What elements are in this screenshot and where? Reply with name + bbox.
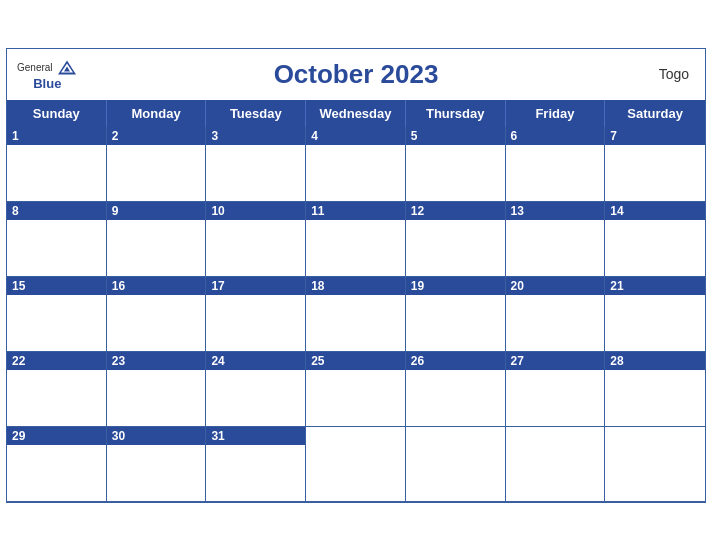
day-number: 14 xyxy=(605,202,705,220)
day-number: 20 xyxy=(506,277,605,295)
day-cell-20: 20 xyxy=(506,277,606,352)
day-cell-19: 19 xyxy=(406,277,506,352)
day-header-sunday: Sunday xyxy=(7,100,107,127)
day-cell-17: 17 xyxy=(206,277,306,352)
day-cell-empty xyxy=(406,427,506,502)
day-number: 24 xyxy=(206,352,305,370)
day-number: 5 xyxy=(406,127,505,145)
day-header-monday: Monday xyxy=(107,100,207,127)
day-header-thursday: Thursday xyxy=(406,100,506,127)
day-number: 8 xyxy=(7,202,106,220)
day-cell-6: 6 xyxy=(506,127,606,202)
day-number: 6 xyxy=(506,127,605,145)
day-cell-26: 26 xyxy=(406,352,506,427)
day-cell-1: 1 xyxy=(7,127,107,202)
day-cell-3: 3 xyxy=(206,127,306,202)
day-number: 10 xyxy=(206,202,305,220)
day-number: 23 xyxy=(107,352,206,370)
day-number: 30 xyxy=(107,427,206,445)
day-cell-8: 8 xyxy=(7,202,107,277)
calendar-grid: 1234567891011121314151617181920212223242… xyxy=(7,127,705,502)
day-number: 25 xyxy=(306,352,405,370)
day-cell-22: 22 xyxy=(7,352,107,427)
day-cell-2: 2 xyxy=(107,127,207,202)
day-number: 27 xyxy=(506,352,605,370)
day-number: 11 xyxy=(306,202,405,220)
day-cell-5: 5 xyxy=(406,127,506,202)
logo-general-text: General xyxy=(17,63,53,73)
day-number: 4 xyxy=(306,127,405,145)
day-cell-24: 24 xyxy=(206,352,306,427)
day-number: 31 xyxy=(206,427,305,445)
day-number: 28 xyxy=(605,352,705,370)
day-cell-empty xyxy=(506,427,606,502)
day-cell-16: 16 xyxy=(107,277,207,352)
day-cell-18: 18 xyxy=(306,277,406,352)
day-cell-13: 13 xyxy=(506,202,606,277)
calendar-header: General Blue October 2023 Togo xyxy=(7,49,705,100)
day-header-friday: Friday xyxy=(506,100,606,127)
day-number: 13 xyxy=(506,202,605,220)
logo: General Blue xyxy=(17,59,78,90)
day-cell-29: 29 xyxy=(7,427,107,502)
day-cell-empty xyxy=(605,427,705,502)
calendar-country: Togo xyxy=(659,66,689,82)
day-headers: SundayMondayTuesdayWednesdayThursdayFrid… xyxy=(7,100,705,127)
day-cell-7: 7 xyxy=(605,127,705,202)
day-header-tuesday: Tuesday xyxy=(206,100,306,127)
day-cell-23: 23 xyxy=(107,352,207,427)
day-number: 17 xyxy=(206,277,305,295)
day-cell-9: 9 xyxy=(107,202,207,277)
calendar: General Blue October 2023 Togo SundayMon… xyxy=(6,48,706,503)
day-header-wednesday: Wednesday xyxy=(306,100,406,127)
day-cell-12: 12 xyxy=(406,202,506,277)
day-cell-21: 21 xyxy=(605,277,705,352)
day-number: 15 xyxy=(7,277,106,295)
day-number: 16 xyxy=(107,277,206,295)
day-number: 1 xyxy=(7,127,106,145)
logo-icon xyxy=(56,59,78,77)
day-cell-30: 30 xyxy=(107,427,207,502)
logo-blue-text: Blue xyxy=(33,77,61,90)
day-number: 9 xyxy=(107,202,206,220)
day-cell-4: 4 xyxy=(306,127,406,202)
day-number: 19 xyxy=(406,277,505,295)
day-number: 7 xyxy=(605,127,705,145)
day-number: 26 xyxy=(406,352,505,370)
day-number: 22 xyxy=(7,352,106,370)
day-number: 29 xyxy=(7,427,106,445)
day-number: 18 xyxy=(306,277,405,295)
day-number: 3 xyxy=(206,127,305,145)
day-cell-27: 27 xyxy=(506,352,606,427)
day-cell-31: 31 xyxy=(206,427,306,502)
day-number: 12 xyxy=(406,202,505,220)
day-cell-28: 28 xyxy=(605,352,705,427)
day-cell-14: 14 xyxy=(605,202,705,277)
day-number: 21 xyxy=(605,277,705,295)
calendar-title: October 2023 xyxy=(23,59,689,90)
day-cell-15: 15 xyxy=(7,277,107,352)
day-cell-11: 11 xyxy=(306,202,406,277)
day-header-saturday: Saturday xyxy=(605,100,705,127)
day-number: 2 xyxy=(107,127,206,145)
day-cell-empty xyxy=(306,427,406,502)
day-cell-10: 10 xyxy=(206,202,306,277)
day-cell-25: 25 xyxy=(306,352,406,427)
